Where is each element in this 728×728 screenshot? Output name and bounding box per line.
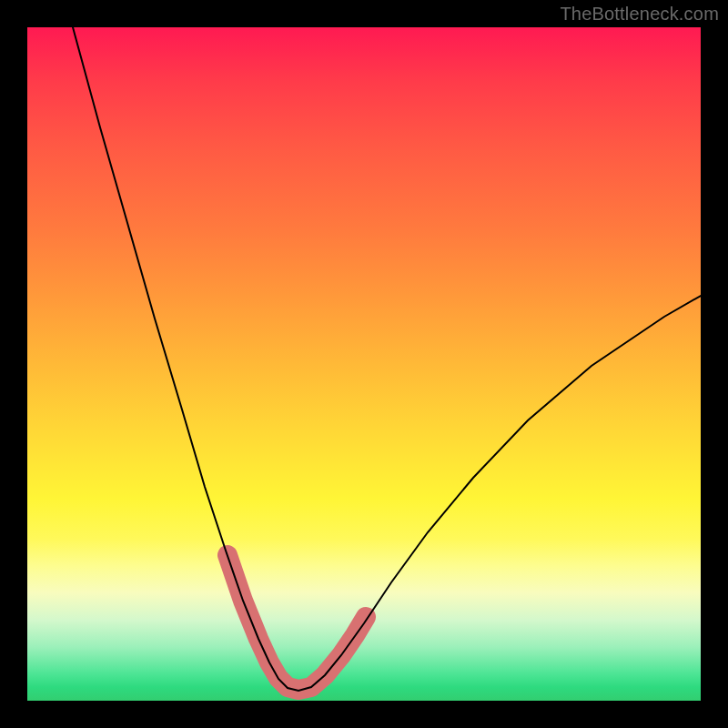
bottleneck-curve	[73, 27, 701, 691]
chart-svg	[27, 27, 701, 701]
watermark-text: TheBottleneck.com	[560, 4, 719, 25]
trough-highlight	[228, 555, 366, 690]
